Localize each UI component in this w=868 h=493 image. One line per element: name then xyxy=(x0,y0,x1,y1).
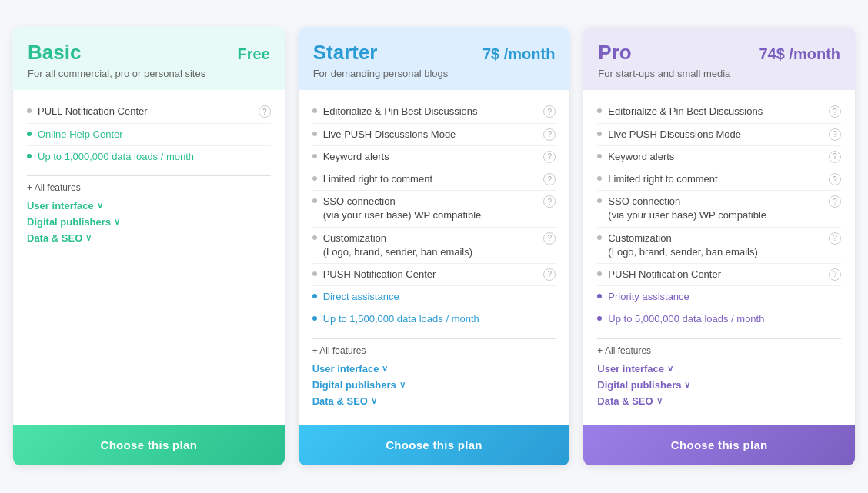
help-icon[interactable]: ? xyxy=(829,105,841,118)
feature-bullet xyxy=(312,108,317,113)
expandable-list-starter: User interface ∨Digital publishers ∨Data… xyxy=(312,361,556,409)
help-icon[interactable]: ? xyxy=(829,151,841,163)
expandable-item[interactable]: Data & SEO ∨ xyxy=(27,230,271,246)
feature-item: Direct assistance xyxy=(312,286,556,308)
feature-bullet xyxy=(312,198,317,203)
expandable-item-label: User interface xyxy=(312,363,379,375)
expandable-item[interactable]: Digital publishers ∨ xyxy=(597,377,841,393)
feature-bullet xyxy=(27,132,32,136)
feature-item: Keyword alerts? xyxy=(597,146,841,168)
chevron-down-icon: ∨ xyxy=(371,396,377,406)
plan-price-pro: 74$ /month xyxy=(759,45,840,63)
feature-bullet xyxy=(597,176,602,181)
help-icon[interactable]: ? xyxy=(543,151,556,163)
expandable-item-label: User interface xyxy=(597,363,664,375)
chevron-down-icon: ∨ xyxy=(399,380,406,390)
help-icon[interactable]: ? xyxy=(543,105,556,118)
feature-bullet xyxy=(597,316,602,321)
expandable-item[interactable]: User interface ∨ xyxy=(27,198,271,214)
feature-text: PUSH Notification Center xyxy=(608,268,824,281)
feature-item: Customization(Logo, brand, sender, ban e… xyxy=(312,228,556,264)
help-icon[interactable]: ? xyxy=(829,128,841,141)
expandable-item[interactable]: Data & SEO ∨ xyxy=(312,393,556,409)
help-icon[interactable]: ? xyxy=(543,128,556,141)
feature-text: SSO connection(via your user base) WP co… xyxy=(323,195,539,222)
chevron-down-icon: ∨ xyxy=(684,380,690,390)
expandable-item[interactable]: Digital publishers ∨ xyxy=(312,377,556,393)
feature-item: Keyword alerts? xyxy=(312,146,556,168)
expandable-item[interactable]: User interface ∨ xyxy=(312,361,556,377)
plan-body-pro: Editorialize & Pin Best Discussions?Live… xyxy=(583,90,856,416)
help-icon[interactable]: ? xyxy=(543,268,556,281)
plan-subtitle-pro: For start-ups and small media xyxy=(598,68,840,79)
feature-item: Live PUSH Discussions Mode? xyxy=(597,124,841,146)
expandable-item-label: Data & SEO xyxy=(312,395,368,407)
feature-text: Editorialize & Pin Best Discussions xyxy=(608,105,824,118)
expandable-item[interactable]: User interface ∨ xyxy=(597,361,841,377)
plan-card-basic: BasicFreeFor all commercial, pro or pers… xyxy=(12,27,285,465)
choose-plan-button-basic[interactable]: Choose this plan xyxy=(13,425,285,465)
feature-text: Keyword alerts xyxy=(608,150,824,164)
help-icon[interactable]: ? xyxy=(829,232,841,245)
feature-text: Customization(Logo, brand, sender, ban e… xyxy=(323,232,539,259)
choose-plan-button-starter[interactable]: Choose this plan xyxy=(299,425,570,465)
feature-bullet xyxy=(597,198,602,203)
choose-plan-button-pro[interactable]: Choose this plan xyxy=(583,425,855,465)
feature-bullet xyxy=(312,316,317,321)
feature-item: Limited right to comment? xyxy=(597,168,841,191)
expandable-list-basic: User interface ∨Digital publishers ∨Data… xyxy=(27,198,271,246)
plan-name-basic: Basic xyxy=(28,41,81,65)
feature-bullet xyxy=(597,235,602,240)
help-icon[interactable]: ? xyxy=(543,232,556,245)
section-divider xyxy=(312,338,556,339)
feature-item: Editorialize & Pin Best Discussions? xyxy=(597,101,841,123)
all-features-label: + All features xyxy=(312,345,556,356)
feature-text: Limited right to comment xyxy=(608,172,824,186)
chevron-down-icon: ∨ xyxy=(85,233,92,243)
plan-price-basic: Free xyxy=(237,45,269,63)
feature-item: Live PUSH Discussions Mode? xyxy=(312,124,556,146)
plan-name-pro: Pro xyxy=(598,41,631,65)
help-icon[interactable]: ? xyxy=(543,195,556,208)
chevron-down-icon: ∨ xyxy=(97,201,103,211)
help-icon[interactable]: ? xyxy=(829,268,841,281)
feature-list-basic: PULL Notification Center?Online Help Cen… xyxy=(27,101,271,168)
plan-body-starter: Editorialize & Pin Best Discussions?Live… xyxy=(298,90,571,416)
feature-bullet xyxy=(312,176,317,181)
help-icon[interactable]: ? xyxy=(829,195,841,208)
help-icon[interactable]: ? xyxy=(259,105,271,118)
feature-item: SSO connection(via your user base) WP co… xyxy=(312,191,556,227)
expandable-item-label: Digital publishers xyxy=(27,216,111,228)
feature-text: Up to 1,500,000 data loads / month xyxy=(323,312,556,326)
feature-list-starter: Editorialize & Pin Best Discussions?Live… xyxy=(312,101,556,330)
expandable-item[interactable]: Data & SEO ∨ xyxy=(597,393,841,409)
feature-item: Up to 1,500,000 data loads / month xyxy=(312,308,556,330)
plan-subtitle-starter: For demanding personal blogs xyxy=(313,68,556,79)
feature-bullet xyxy=(597,271,602,276)
plan-footer-starter: Choose this plan xyxy=(298,417,571,466)
feature-bullet xyxy=(312,132,317,136)
feature-bullet xyxy=(27,154,32,158)
feature-bullet xyxy=(27,108,32,113)
help-icon[interactable]: ? xyxy=(543,173,556,185)
feature-item: Up to 5,000,000 data loads / month xyxy=(597,308,841,330)
feature-text: Live PUSH Discussions Mode xyxy=(608,128,824,142)
chevron-down-icon: ∨ xyxy=(656,396,663,406)
feature-text: Keyword alerts xyxy=(323,150,539,164)
feature-text: Limited right to comment xyxy=(323,172,539,186)
feature-list-pro: Editorialize & Pin Best Discussions?Live… xyxy=(597,101,841,330)
help-icon[interactable]: ? xyxy=(829,173,841,185)
feature-text: Up to 1,000,000 data loads / month xyxy=(38,150,271,164)
feature-text: SSO connection(via your user base) WP co… xyxy=(608,195,824,222)
feature-text: Direct assistance xyxy=(323,290,556,304)
feature-text: Priority assistance xyxy=(608,290,841,304)
expandable-item[interactable]: Digital publishers ∨ xyxy=(27,214,271,230)
chevron-down-icon: ∨ xyxy=(382,364,388,374)
plan-subtitle-basic: For all commercial, pro or personal site… xyxy=(28,68,270,79)
plans-container: BasicFreeFor all commercial, pro or pers… xyxy=(12,27,856,465)
feature-bullet xyxy=(312,154,317,158)
feature-bullet xyxy=(312,235,317,240)
feature-item: Editorialize & Pin Best Discussions? xyxy=(312,101,556,123)
chevron-down-icon: ∨ xyxy=(667,364,673,374)
expandable-list-pro: User interface ∨Digital publishers ∨Data… xyxy=(597,361,841,409)
